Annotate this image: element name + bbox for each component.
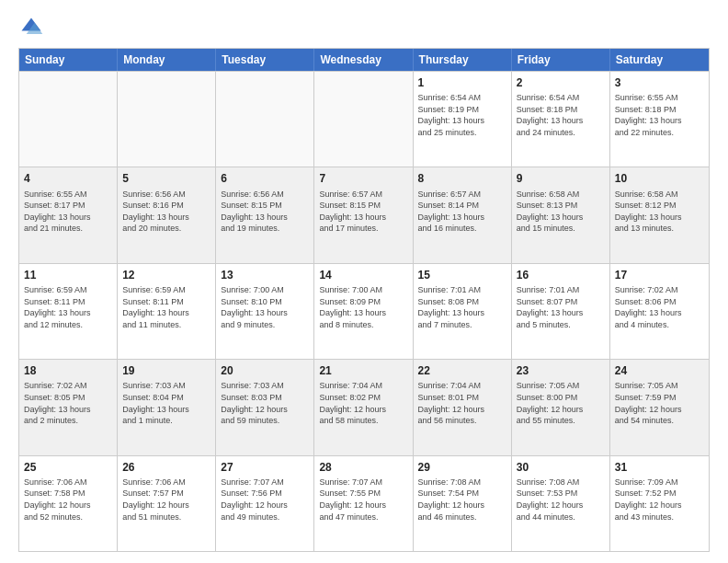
day-info: Sunrise: 6:56 AM Sunset: 8:16 PM Dayligh… bbox=[122, 189, 210, 235]
day-info: Sunrise: 7:06 AM Sunset: 7:57 PM Dayligh… bbox=[122, 477, 210, 523]
calendar-cell-3-2: 20Sunrise: 7:03 AM Sunset: 8:03 PM Dayli… bbox=[216, 360, 314, 454]
day-number: 14 bbox=[319, 268, 407, 282]
calendar-cell-0-5: 2Sunrise: 6:54 AM Sunset: 8:18 PM Daylig… bbox=[512, 72, 610, 167]
day-info: Sunrise: 7:02 AM Sunset: 8:06 PM Dayligh… bbox=[615, 284, 704, 330]
day-number: 11 bbox=[24, 268, 112, 282]
calendar-cell-0-6: 3Sunrise: 6:55 AM Sunset: 8:18 PM Daylig… bbox=[610, 72, 709, 167]
calendar-cell-4-5: 30Sunrise: 7:08 AM Sunset: 7:53 PM Dayli… bbox=[512, 456, 610, 551]
day-number: 4 bbox=[24, 171, 112, 186]
day-info: Sunrise: 7:07 AM Sunset: 7:56 PM Dayligh… bbox=[221, 477, 309, 523]
calendar-cell-0-2 bbox=[216, 72, 314, 167]
calendar-body: 1Sunrise: 6:54 AM Sunset: 8:19 PM Daylig… bbox=[19, 71, 709, 551]
day-number: 23 bbox=[517, 363, 605, 378]
day-info: Sunrise: 7:01 AM Sunset: 8:07 PM Dayligh… bbox=[517, 284, 605, 330]
day-info: Sunrise: 7:08 AM Sunset: 7:54 PM Dayligh… bbox=[418, 477, 506, 523]
calendar-cell-0-0 bbox=[19, 72, 118, 167]
calendar-cell-3-6: 24Sunrise: 7:05 AM Sunset: 7:59 PM Dayli… bbox=[610, 360, 709, 454]
calendar-cell-1-4: 8Sunrise: 6:57 AM Sunset: 8:14 PM Daylig… bbox=[414, 167, 512, 262]
weekday-header-friday: Friday bbox=[512, 49, 610, 71]
day-number: 13 bbox=[221, 268, 309, 282]
day-info: Sunrise: 6:54 AM Sunset: 8:19 PM Dayligh… bbox=[418, 92, 506, 138]
day-number: 1 bbox=[418, 75, 506, 90]
calendar-cell-2-4: 15Sunrise: 7:01 AM Sunset: 8:08 PM Dayli… bbox=[414, 264, 512, 359]
day-info: Sunrise: 6:58 AM Sunset: 8:13 PM Dayligh… bbox=[517, 189, 605, 235]
calendar-cell-4-1: 26Sunrise: 7:06 AM Sunset: 7:57 PM Dayli… bbox=[118, 456, 216, 551]
day-number: 19 bbox=[122, 363, 210, 378]
calendar-cell-2-0: 11Sunrise: 6:59 AM Sunset: 8:11 PM Dayli… bbox=[19, 264, 118, 359]
day-info: Sunrise: 7:00 AM Sunset: 8:09 PM Dayligh… bbox=[319, 284, 407, 330]
calendar-cell-2-1: 12Sunrise: 6:59 AM Sunset: 8:11 PM Dayli… bbox=[118, 264, 216, 359]
day-number: 22 bbox=[418, 363, 506, 378]
calendar-cell-3-1: 19Sunrise: 7:03 AM Sunset: 8:04 PM Dayli… bbox=[118, 360, 216, 454]
calendar-cell-1-2: 6Sunrise: 6:56 AM Sunset: 8:15 PM Daylig… bbox=[216, 167, 314, 262]
day-number: 24 bbox=[615, 363, 704, 378]
day-number: 15 bbox=[418, 268, 506, 282]
day-number: 10 bbox=[615, 171, 704, 186]
weekday-header-tuesday: Tuesday bbox=[216, 49, 314, 71]
day-number: 18 bbox=[24, 363, 112, 378]
calendar: SundayMondayTuesdayWednesdayThursdayFrid… bbox=[18, 48, 710, 552]
calendar-cell-3-4: 22Sunrise: 7:04 AM Sunset: 8:01 PM Dayli… bbox=[414, 360, 512, 454]
day-number: 21 bbox=[319, 363, 407, 378]
calendar-cell-4-4: 29Sunrise: 7:08 AM Sunset: 7:54 PM Dayli… bbox=[414, 456, 512, 551]
day-info: Sunrise: 7:05 AM Sunset: 8:00 PM Dayligh… bbox=[517, 380, 605, 426]
day-info: Sunrise: 6:55 AM Sunset: 8:17 PM Dayligh… bbox=[24, 189, 112, 235]
day-info: Sunrise: 6:59 AM Sunset: 8:11 PM Dayligh… bbox=[24, 284, 112, 330]
day-info: Sunrise: 6:59 AM Sunset: 8:11 PM Dayligh… bbox=[122, 284, 210, 330]
day-info: Sunrise: 7:04 AM Sunset: 8:02 PM Dayligh… bbox=[319, 380, 407, 426]
calendar-cell-0-4: 1Sunrise: 6:54 AM Sunset: 8:19 PM Daylig… bbox=[414, 72, 512, 167]
day-number: 2 bbox=[517, 75, 605, 90]
day-info: Sunrise: 7:06 AM Sunset: 7:58 PM Dayligh… bbox=[24, 477, 112, 523]
calendar-cell-2-2: 13Sunrise: 7:00 AM Sunset: 8:10 PM Dayli… bbox=[216, 264, 314, 359]
day-number: 26 bbox=[122, 460, 210, 475]
day-info: Sunrise: 7:00 AM Sunset: 8:10 PM Dayligh… bbox=[221, 284, 309, 330]
day-number: 12 bbox=[122, 268, 210, 282]
day-number: 29 bbox=[418, 460, 506, 475]
day-number: 3 bbox=[615, 75, 704, 90]
day-number: 7 bbox=[319, 171, 407, 186]
day-info: Sunrise: 7:03 AM Sunset: 8:03 PM Dayligh… bbox=[221, 380, 309, 426]
calendar-cell-0-3 bbox=[314, 72, 413, 167]
weekday-header-sunday: Sunday bbox=[19, 49, 118, 71]
day-number: 16 bbox=[517, 268, 605, 282]
day-info: Sunrise: 6:55 AM Sunset: 8:18 PM Dayligh… bbox=[615, 92, 704, 138]
weekday-header-wednesday: Wednesday bbox=[314, 49, 413, 71]
calendar-cell-3-5: 23Sunrise: 7:05 AM Sunset: 8:00 PM Dayli… bbox=[512, 360, 610, 454]
calendar-row-1: 4Sunrise: 6:55 AM Sunset: 8:17 PM Daylig… bbox=[19, 167, 709, 262]
day-info: Sunrise: 7:03 AM Sunset: 8:04 PM Dayligh… bbox=[122, 380, 210, 426]
day-info: Sunrise: 6:56 AM Sunset: 8:15 PM Dayligh… bbox=[221, 189, 309, 235]
day-number: 17 bbox=[615, 268, 704, 282]
logo bbox=[18, 15, 48, 40]
calendar-row-2: 11Sunrise: 6:59 AM Sunset: 8:11 PM Dayli… bbox=[19, 263, 709, 359]
day-info: Sunrise: 6:58 AM Sunset: 8:12 PM Dayligh… bbox=[615, 189, 704, 235]
day-info: Sunrise: 7:09 AM Sunset: 7:52 PM Dayligh… bbox=[615, 477, 704, 523]
calendar-cell-3-0: 18Sunrise: 7:02 AM Sunset: 8:05 PM Dayli… bbox=[19, 360, 118, 454]
day-info: Sunrise: 6:54 AM Sunset: 8:18 PM Dayligh… bbox=[517, 92, 605, 138]
calendar-row-0: 1Sunrise: 6:54 AM Sunset: 8:19 PM Daylig… bbox=[19, 71, 709, 167]
weekday-header-thursday: Thursday bbox=[414, 49, 512, 71]
day-number: 25 bbox=[24, 460, 112, 475]
weekday-header-saturday: Saturday bbox=[610, 49, 709, 71]
day-number: 5 bbox=[122, 171, 210, 186]
logo-icon bbox=[18, 15, 44, 40]
header bbox=[18, 15, 710, 40]
calendar-cell-1-3: 7Sunrise: 6:57 AM Sunset: 8:15 PM Daylig… bbox=[314, 167, 413, 262]
day-info: Sunrise: 7:04 AM Sunset: 8:01 PM Dayligh… bbox=[418, 380, 506, 426]
day-info: Sunrise: 7:05 AM Sunset: 7:59 PM Dayligh… bbox=[615, 380, 704, 426]
calendar-cell-2-6: 17Sunrise: 7:02 AM Sunset: 8:06 PM Dayli… bbox=[610, 264, 709, 359]
day-info: Sunrise: 7:07 AM Sunset: 7:55 PM Dayligh… bbox=[319, 477, 407, 523]
calendar-row-4: 25Sunrise: 7:06 AM Sunset: 7:58 PM Dayli… bbox=[19, 455, 709, 551]
day-info: Sunrise: 6:57 AM Sunset: 8:15 PM Dayligh… bbox=[319, 189, 407, 235]
calendar-cell-4-3: 28Sunrise: 7:07 AM Sunset: 7:55 PM Dayli… bbox=[314, 456, 413, 551]
day-number: 20 bbox=[221, 363, 309, 378]
calendar-cell-2-3: 14Sunrise: 7:00 AM Sunset: 8:09 PM Dayli… bbox=[314, 264, 413, 359]
calendar-cell-1-5: 9Sunrise: 6:58 AM Sunset: 8:13 PM Daylig… bbox=[512, 167, 610, 262]
calendar-cell-1-6: 10Sunrise: 6:58 AM Sunset: 8:12 PM Dayli… bbox=[610, 167, 709, 262]
day-number: 6 bbox=[221, 171, 309, 186]
calendar-cell-4-0: 25Sunrise: 7:06 AM Sunset: 7:58 PM Dayli… bbox=[19, 456, 118, 551]
calendar-cell-2-5: 16Sunrise: 7:01 AM Sunset: 8:07 PM Dayli… bbox=[512, 264, 610, 359]
day-number: 30 bbox=[517, 460, 605, 475]
day-number: 31 bbox=[615, 460, 704, 475]
calendar-cell-4-2: 27Sunrise: 7:07 AM Sunset: 7:56 PM Dayli… bbox=[216, 456, 314, 551]
day-info: Sunrise: 7:08 AM Sunset: 7:53 PM Dayligh… bbox=[517, 477, 605, 523]
